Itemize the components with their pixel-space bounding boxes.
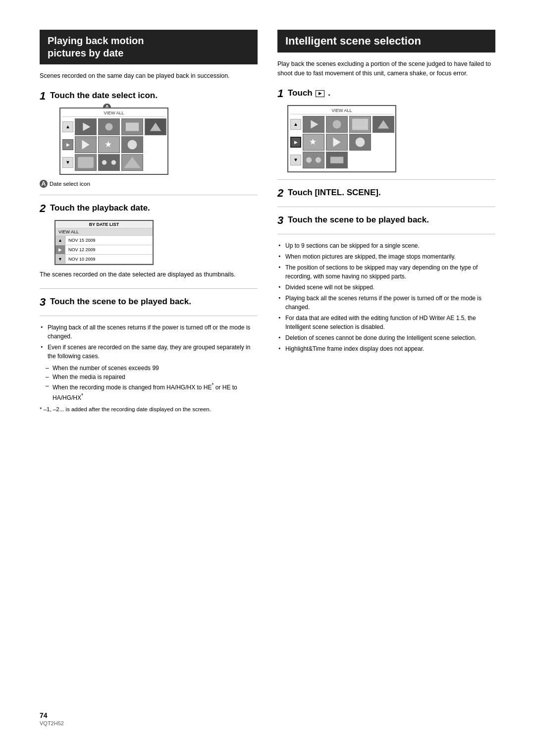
step1-text: Touch the date select icon. <box>50 91 158 100</box>
right-thumb-4 <box>373 116 394 133</box>
svg-text:★: ★ <box>309 137 317 146</box>
right-bullet-3: The position of sections to be skipped m… <box>277 263 495 281</box>
footnote: * –1, –2... is added after the recording… <box>40 405 258 414</box>
sub-bullet-list: When the number of scenes exceeds 99 Whe… <box>45 364 258 402</box>
right-thumb-3 <box>349 116 371 133</box>
right-bullet-list: Up to 9 sections can be skipped for a si… <box>277 241 495 353</box>
thumb-9 <box>98 154 120 171</box>
svg-rect-5 <box>126 122 139 131</box>
caption-text-a: Date select icon <box>50 181 90 187</box>
right-bullet-5: Playing back all the scenes returns if t… <box>277 294 495 312</box>
nav-up-btn: ▲ <box>62 121 73 132</box>
step3-heading: 3 Touch the scene to be played back. <box>40 296 258 309</box>
svg-rect-16 <box>99 155 119 170</box>
right-step2-number: 2 <box>277 187 283 199</box>
thumb-4 <box>145 118 166 135</box>
bullet-1: Playing back of all the scenes returns i… <box>40 323 258 341</box>
step1-heading: 1 Touch the date select icon. <box>40 90 258 103</box>
divider-1 <box>40 195 258 195</box>
right-view-all-label: VIEW ALL <box>290 108 393 114</box>
left-intro-text: Scenes recorded on the same day can be p… <box>40 71 258 81</box>
right-column: Intelligent scene selection Play back th… <box>277 30 495 697</box>
date-row-2: ▶ NOV 12 2009 <box>55 245 153 255</box>
right-nav-up: ▲ <box>290 119 301 130</box>
right-divider-1 <box>277 179 495 180</box>
right-thumb-2 <box>326 116 348 133</box>
right-step2-heading: 2 Touch [INTEL. SCENE]. <box>277 187 495 200</box>
left-section-title: Playing back motion pictures by date <box>40 30 258 64</box>
divider-2 <box>40 288 258 289</box>
play-icon-inline: ▶ <box>316 90 324 97</box>
svg-point-17 <box>102 160 107 164</box>
camera-row-down: ▼ <box>62 154 165 171</box>
thumb-8 <box>75 154 97 171</box>
play-btn-mid: ▶ <box>62 139 73 150</box>
svg-point-3 <box>105 123 112 130</box>
right-step1-number: 1 <box>277 87 283 100</box>
right-thumb-7 <box>349 134 371 151</box>
right-nav-down: ▼ <box>290 155 301 165</box>
thumb-6: ★ <box>98 136 120 153</box>
right-play-btn: ▶ <box>290 137 301 148</box>
right-bullet-6: For data that are edited with the editin… <box>277 314 495 331</box>
date-1: NOV 15 2009 <box>65 237 153 244</box>
right-step2-text: Touch [INTEL. SCENE]. <box>288 188 381 197</box>
right-bullet-7: Deletion of scenes cannot be done during… <box>277 333 495 342</box>
sub-bullet-1: When the number of scenes exceeds 99 <box>45 364 258 373</box>
right-intro-text: Play back the scenes excluding a portion… <box>277 59 495 78</box>
right-step3-heading: 3 Touch the scene to be played back. <box>277 214 495 227</box>
caption-label-a: A <box>40 180 48 188</box>
right-thumb-9 <box>326 152 348 168</box>
step2-text: Touch the playback date. <box>50 203 150 213</box>
date-list-viewall: VIEW ALL <box>55 228 153 236</box>
caption-a: A Date select icon <box>40 180 258 188</box>
date-nav-mid: ▶ <box>55 245 65 254</box>
date-row-1: ▲ NOV 15 2009 <box>55 236 153 245</box>
date-list-ui: BY DATE LIST VIEW ALL ▲ NOV 15 2009 ▶ NO… <box>54 220 154 265</box>
date-list-desc: The scenes recorded on the date selected… <box>40 270 258 279</box>
thumb-3 <box>121 118 143 135</box>
bullet-2: Even if scenes are recorded on the same … <box>40 343 258 361</box>
right-divider-3 <box>277 234 495 234</box>
page-number: 74 <box>40 711 495 719</box>
step2-heading: 2 Touch the playback date. <box>40 202 258 215</box>
title-line2: pictures by date <box>48 48 123 58</box>
step2-number: 2 <box>40 202 46 215</box>
svg-point-18 <box>111 160 116 164</box>
right-bullet-4: Divided scene will not be skipped. <box>277 283 495 292</box>
right-thumb-5: ★ <box>303 134 324 151</box>
svg-point-36 <box>306 157 312 162</box>
svg-point-13 <box>128 140 137 149</box>
left-column: Playing back motion pictures by date Sce… <box>40 30 258 697</box>
right-camera-row-up: ▲ <box>290 116 393 133</box>
right-thumb-8 <box>303 152 324 168</box>
date-3: NOV 10 2009 <box>65 256 153 263</box>
date-nav-up: ▲ <box>55 236 65 245</box>
svg-point-37 <box>316 157 321 162</box>
svg-rect-15 <box>78 157 94 168</box>
camera-row-mid: ▶ ★ <box>62 136 165 153</box>
thumb-10 <box>121 154 143 171</box>
right-bullet-8: Highlight&Time frame index display does … <box>277 344 495 353</box>
svg-text:★: ★ <box>105 139 112 149</box>
date-row-3: ▼ NOV 10 2009 <box>55 255 153 264</box>
date-nav-down: ▼ <box>55 255 65 264</box>
date-list-header: BY DATE LIST <box>55 221 153 228</box>
divider-3 <box>40 316 258 316</box>
sub-bullet-3: When the recording mode is changed from … <box>45 381 258 402</box>
camera-ui-step1: VIEW ALL ▲ <box>59 108 168 175</box>
right-camera-row-mid: ▶ ★ <box>290 134 393 151</box>
step1-number: 1 <box>40 90 46 102</box>
step3-text: Touch the scene to be played back. <box>50 297 191 306</box>
right-thumb-6 <box>326 134 348 151</box>
right-thumb-1 <box>303 116 324 133</box>
right-bullet-1: Up to 9 sections can be skipped for a si… <box>277 241 495 250</box>
step3-number: 3 <box>40 296 46 308</box>
two-column-layout: Playing back motion pictures by date Sce… <box>40 30 495 697</box>
date-2: NOV 12 2009 <box>65 246 153 253</box>
right-step1-text: Touch ▶ . <box>288 88 330 98</box>
right-step3-text: Touch the scene to be played back. <box>288 215 429 224</box>
right-step1-heading: 1 Touch ▶ . <box>277 87 495 100</box>
nav-down-btn: ▼ <box>62 157 73 168</box>
camera-row-up: ▲ <box>62 118 165 135</box>
